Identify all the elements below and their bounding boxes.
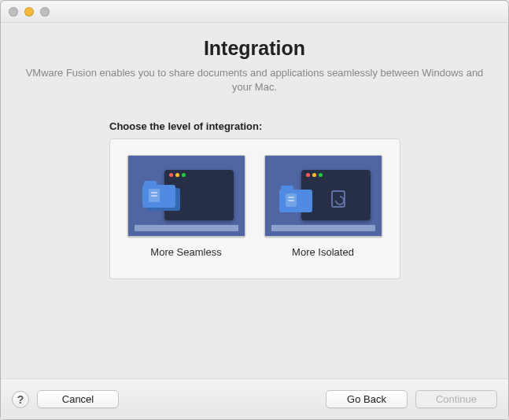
shared-folder-icon [142, 181, 179, 211]
page-subtitle: VMware Fusion enables you to share docum… [15, 66, 494, 94]
close-icon[interactable] [9, 7, 18, 17]
option-label: More Isolated [292, 246, 354, 258]
seamless-thumbnail [127, 155, 245, 237]
minimize-icon[interactable] [24, 7, 34, 17]
footer-bar: ? Cancel Go Back Continue [1, 378, 508, 419]
integration-choice-group: More Seamless More Isolated [109, 138, 400, 279]
titlebar [1, 1, 508, 23]
go-back-button[interactable]: Go Back [326, 390, 408, 408]
continue-button[interactable]: Continue [415, 390, 497, 408]
content-area: Integration VMware Fusion enables you to… [1, 23, 508, 378]
window-controls [9, 7, 50, 17]
page-title: Integration [15, 37, 494, 60]
cancel-button[interactable]: Cancel [37, 390, 119, 408]
zoom-icon[interactable] [40, 7, 50, 17]
installer-window: Integration VMware Fusion enables you to… [0, 0, 509, 420]
help-button[interactable]: ? [12, 391, 29, 408]
option-more-seamless[interactable]: More Seamless [124, 155, 249, 258]
choice-prompt: Choose the level of integration: [109, 120, 494, 132]
isolated-thumbnail [264, 155, 382, 237]
option-label: More Seamless [150, 246, 221, 258]
local-folder-icon [279, 186, 315, 216]
option-more-isolated[interactable]: More Isolated [261, 155, 385, 258]
